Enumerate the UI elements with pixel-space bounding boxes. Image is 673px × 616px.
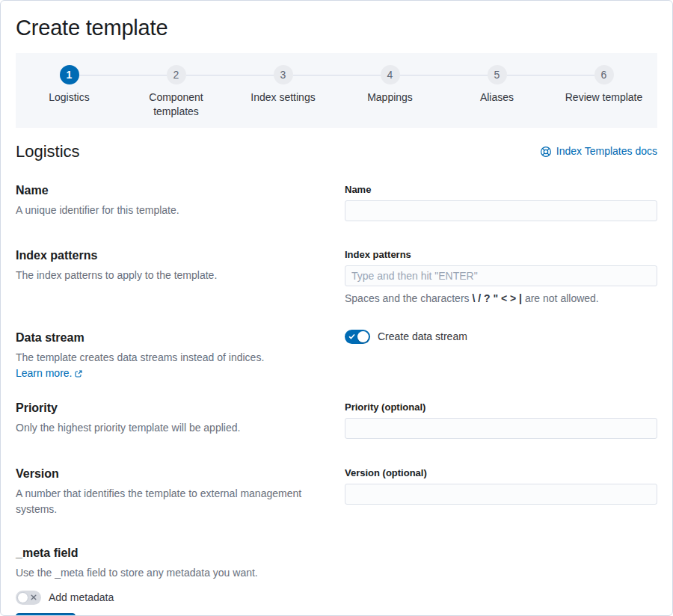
- name-row-description: A unique identifier for this template.: [16, 203, 333, 218]
- index-patterns-row-title: Index patterns: [16, 247, 333, 265]
- add-metadata-toggle[interactable]: [16, 591, 41, 605]
- data-stream-row-description: The template creates data streams instea…: [16, 350, 333, 381]
- step-connector: [507, 75, 551, 76]
- step-label: Mappings: [367, 90, 413, 105]
- external-link-icon: [74, 369, 83, 378]
- form-row-index-patterns: Index patterns The index patterns to app…: [16, 247, 657, 307]
- step-label: Index settings: [251, 90, 315, 105]
- step-number-circle: 3: [274, 65, 293, 84]
- priority-row-title: Priority: [16, 399, 333, 417]
- step-connector: [336, 75, 381, 76]
- logistics-form: Name A unique identifier for this templa…: [16, 182, 657, 616]
- step-indicator: 1 Logistics 2 Component templates 3 Inde…: [16, 53, 657, 128]
- step-label: Logistics: [49, 90, 89, 105]
- step-number-circle[interactable]: 1: [60, 65, 79, 84]
- priority-field-label: Priority (optional): [345, 399, 657, 415]
- learn-more-link[interactable]: Learn more.: [16, 366, 83, 381]
- step-item-aliases: 5 Aliases: [443, 65, 550, 119]
- index-patterns-row-description: The index patterns to apply to the templ…: [16, 268, 333, 283]
- step-number-circle: 4: [381, 65, 400, 84]
- priority-row-description: Only the highest priority template will …: [16, 420, 333, 436]
- step-connector: [443, 75, 488, 76]
- index-patterns-help-text: Spaces and the characters \ / ? " < > | …: [345, 291, 657, 307]
- help-icon: [540, 146, 552, 158]
- priority-input[interactable]: [345, 418, 657, 439]
- step-connector: [400, 75, 444, 76]
- form-row-meta-field: _meta field Use the _meta field to store…: [16, 544, 657, 606]
- meta-row-description: Use the _meta field to store any metadat…: [16, 565, 333, 581]
- step-connector: [293, 75, 337, 76]
- step-connector: [123, 75, 167, 76]
- index-patterns-field-label: Index patterns: [345, 247, 657, 262]
- section-header: Logistics Index Templates docs: [16, 141, 657, 162]
- step-number-circle: 5: [488, 65, 507, 84]
- step-number-circle: 2: [167, 65, 186, 84]
- form-row-name: Name A unique identifier for this templa…: [16, 182, 657, 221]
- name-field-label: Name: [345, 182, 657, 197]
- step-item-component-templates: 2 Component templates: [123, 65, 230, 119]
- cross-icon: [31, 594, 37, 600]
- step-item-logistics[interactable]: 1 Logistics: [16, 65, 123, 119]
- section-title: Logistics: [16, 141, 80, 162]
- create-data-stream-switch-row: Create data stream: [345, 329, 657, 345]
- data-stream-row-title: Data stream: [16, 329, 333, 347]
- add-metadata-switch-row: Add metadata: [16, 590, 333, 606]
- step-connector: [79, 75, 123, 76]
- next-button[interactable]: Next: [16, 613, 76, 616]
- create-template-page: Create template 1 Logistics 2 Component …: [0, 0, 673, 616]
- form-row-data-stream: Data stream The template creates data st…: [16, 329, 657, 381]
- check-icon: [348, 333, 355, 340]
- form-row-priority: Priority Only the highest priority templ…: [16, 399, 657, 439]
- add-metadata-label: Add metadata: [49, 590, 114, 606]
- step-item-review-template: 6 Review template: [550, 65, 657, 119]
- version-row-description: A number that identifies the template to…: [16, 486, 333, 517]
- meta-row-title: _meta field: [16, 544, 333, 562]
- name-row-title: Name: [16, 182, 333, 200]
- step-label: Review template: [565, 90, 643, 105]
- version-input[interactable]: [345, 484, 657, 505]
- version-field-label: Version (optional): [345, 465, 657, 481]
- step-label: Aliases: [480, 90, 514, 105]
- step-connector: [16, 75, 60, 76]
- docs-link-label: Index Templates docs: [556, 144, 657, 159]
- name-input[interactable]: [345, 200, 657, 221]
- step-connector: [550, 75, 594, 76]
- form-row-version: Version A number that identifies the tem…: [16, 465, 657, 517]
- create-data-stream-toggle[interactable]: [345, 330, 370, 344]
- step-connector: [186, 75, 230, 76]
- disallowed-characters: \ / ? " < > |: [472, 292, 522, 304]
- step-connector: [230, 75, 274, 76]
- step-number-circle: 6: [594, 65, 614, 84]
- index-patterns-input[interactable]: [345, 265, 657, 286]
- toggle-knob: [357, 331, 369, 342]
- index-templates-docs-link[interactable]: Index Templates docs: [540, 144, 657, 159]
- toggle-knob: [17, 592, 28, 603]
- step-item-index-settings: 3 Index settings: [230, 65, 336, 119]
- step-connector: [614, 75, 658, 76]
- step-item-mappings: 4 Mappings: [336, 65, 443, 119]
- step-label: Component templates: [135, 90, 218, 119]
- version-row-title: Version: [16, 465, 333, 483]
- page-title: Create template: [16, 14, 657, 41]
- create-data-stream-label: Create data stream: [378, 329, 467, 345]
